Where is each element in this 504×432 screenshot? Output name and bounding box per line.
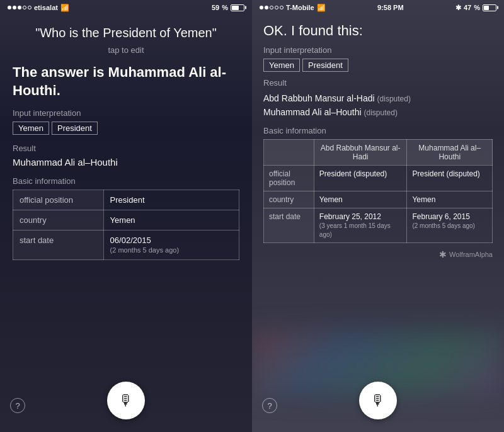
- mic-button-left[interactable]: 🎙: [107, 382, 145, 419]
- signal-dot-4: [23, 6, 26, 9]
- result-list-right: Abd Rabbuh Mansur al-Hadi (disputed) Muh…: [263, 91, 493, 120]
- table-cell-label: country: [13, 210, 104, 230]
- siri-query-quote: "Who is the President of Yemen": [13, 24, 239, 42]
- battery-fill-left: [232, 6, 239, 10]
- signal-dot-1: [8, 6, 11, 9]
- carrier-right: T-Mobile: [286, 4, 314, 11]
- mic-container-left: 🎙: [107, 382, 145, 419]
- right-phone: T-Mobile 📶 9:58 PM ✱ 47 % OK. I found th…: [252, 0, 504, 432]
- table-cell-value: Yemen: [103, 210, 239, 230]
- col-header-empty: [264, 139, 314, 165]
- wolfram-logo: ✱ WolframAlpha: [263, 249, 493, 259]
- mic-icon-right: 🎙: [370, 392, 386, 409]
- signal-dot-r1: [260, 6, 263, 9]
- signal-dot-r5: [280, 6, 284, 9]
- row-label-startdate: start date: [264, 208, 314, 242]
- table-cell-value: 06/02/2015(2 months 5 days ago): [103, 230, 239, 260]
- row-col1-country: Yemen: [314, 191, 407, 208]
- input-interpretation-label-right: Input interpretation: [263, 45, 493, 55]
- table-header-row: Abd Rabbuh Mansur al-Hadi Muhammad Ali a…: [264, 139, 493, 165]
- table-row: official position President: [13, 190, 239, 210]
- table-row: start date 06/02/2015(2 months 5 days ag…: [13, 230, 239, 260]
- percent-sign-right: %: [474, 4, 480, 11]
- siri-answer-text: The answer is Muhammad Ali al-Houthi.: [13, 64, 239, 99]
- result-name-1: Abd Rabbuh Mansur al-Hadi: [263, 93, 375, 103]
- result-line-2: Muhammad Ali al–Houthi (disputed): [263, 105, 493, 119]
- row-col2-country: Yemen: [407, 191, 493, 208]
- tag-yemen-left: Yemen: [13, 122, 49, 135]
- signal-dot-r4: [275, 6, 278, 9]
- wolfram-text: WolframAlpha: [449, 251, 493, 258]
- left-status-left: etisalat 📶: [8, 4, 69, 12]
- input-interpretation-label-left: Input interpretation: [13, 108, 239, 118]
- result-line-1: Abd Rabbuh Mansur al-Hadi (disputed): [263, 91, 493, 105]
- carrier-name: etisalat: [34, 4, 58, 11]
- help-button-right[interactable]: ?: [262, 398, 277, 413]
- result-section-left: Result Muhammad Ali al–Houthi: [13, 144, 239, 168]
- input-interpretation-section-right: Input interpretation Yemen President: [263, 45, 493, 72]
- signal-dot-r3: [270, 6, 273, 9]
- wolfram-star-icon: ✱: [439, 249, 447, 259]
- row-label-position: official position: [264, 165, 314, 191]
- row-col1-startdate: February 25, 2012(3 years 1 month 15 day…: [314, 208, 407, 242]
- result-status-2: (disputed): [364, 108, 398, 117]
- basic-info-label-left: Basic information: [13, 176, 239, 186]
- signal-dot-3: [18, 6, 21, 9]
- signal-dots: [8, 6, 32, 9]
- info-table-right: Abd Rabbuh Mansur al-Hadi Muhammad Ali a…: [263, 139, 493, 243]
- table-row-country: country Yemen Yemen: [264, 191, 493, 208]
- wifi-icon-right: 📶: [317, 4, 326, 12]
- ok-title: OK. I found this:: [263, 23, 493, 39]
- row-col2-position: President (disputed): [407, 165, 493, 191]
- battery-percent-left: 59: [212, 4, 219, 11]
- result-name-2: Muhammad Ali al–Houthi: [263, 107, 362, 117]
- help-button-left[interactable]: ?: [10, 398, 25, 413]
- mic-button-right[interactable]: 🎙: [359, 382, 397, 419]
- basic-info-section-left: Basic information official position Pres…: [13, 176, 239, 260]
- left-status-right: 59 %: [212, 4, 244, 11]
- result-text-left: Muhammad Ali al–Houthi: [13, 157, 239, 168]
- table-cell-label: official position: [13, 190, 104, 210]
- percent-sign: %: [222, 4, 228, 11]
- tag-president-left: President: [52, 122, 98, 135]
- row-label-country: country: [264, 191, 314, 208]
- right-status-bar: T-Mobile 📶 9:58 PM ✱ 47 %: [252, 0, 504, 14]
- basic-info-label-right: Basic information: [263, 126, 493, 135]
- signal-dots-right: [260, 6, 284, 9]
- signal-dot-r2: [265, 6, 268, 9]
- info-table-left: official position President country Yeme…: [13, 190, 239, 260]
- table-row-startdate: start date February 25, 2012(3 years 1 m…: [264, 208, 493, 242]
- result-label-left: Result: [13, 144, 239, 153]
- tag-president-right: President: [302, 59, 348, 72]
- signal-dot-5: [28, 6, 32, 9]
- bluetooth-icon: ✱: [455, 4, 461, 12]
- battery-percent-right: 47: [464, 4, 471, 11]
- signal-dot-2: [13, 6, 16, 9]
- right-status-left: T-Mobile 📶: [260, 4, 326, 12]
- mic-container-right: 🎙: [359, 382, 397, 419]
- battery-icon-right: [483, 4, 496, 11]
- left-status-bar: etisalat 📶 59 %: [0, 0, 252, 14]
- table-cell-label: start date: [13, 230, 104, 260]
- row-col1-position: President (disputed): [314, 165, 407, 191]
- input-interpretation-section: Input interpretation Yemen President: [13, 108, 239, 135]
- row-col2-startdate: February 6, 2015(2 months 5 days ago): [407, 208, 493, 242]
- result-section-right: Result Abd Rabbuh Mansur al-Hadi (disput…: [263, 78, 493, 120]
- time-right: 9:58 PM: [377, 4, 404, 11]
- table-cell-value: President: [103, 190, 239, 210]
- col-header-1: Abd Rabbuh Mansur al-Hadi: [314, 139, 407, 165]
- battery-icon-left: [231, 4, 244, 11]
- table-row-position: official position President (disputed) P…: [264, 165, 493, 191]
- mic-icon-left: 🎙: [118, 392, 134, 409]
- left-main-content: "Who is the President of Yemen" tap to e…: [0, 14, 252, 432]
- col-header-2: Muhammad Ali al–Houthi: [407, 139, 493, 165]
- basic-info-section-right: Basic information Abd Rabbuh Mansur al-H…: [263, 126, 493, 243]
- interpretation-tags-left: Yemen President: [13, 122, 239, 135]
- interpretation-tags-right: Yemen President: [263, 59, 493, 72]
- left-phone: etisalat 📶 59 % "Who is the President of…: [0, 0, 252, 432]
- tag-yemen-right: Yemen: [263, 59, 300, 72]
- table-row: country Yemen: [13, 210, 239, 230]
- wifi-icon: 📶: [60, 4, 69, 12]
- tap-to-edit-label[interactable]: tap to edit: [13, 45, 239, 55]
- battery-fill-right: [484, 6, 489, 10]
